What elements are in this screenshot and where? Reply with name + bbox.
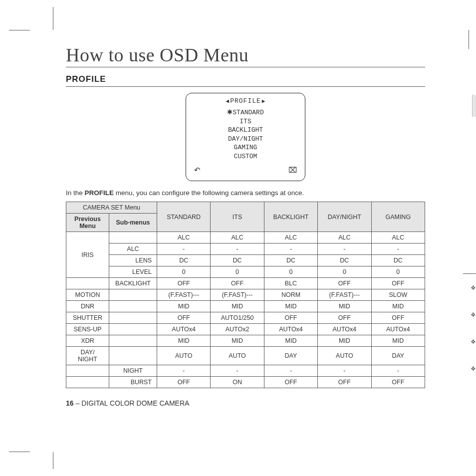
cell-value: - — [318, 243, 371, 255]
table-header-col: DAY/NIGHT — [318, 202, 371, 232]
page-number: 16 — [66, 399, 74, 407]
osd-item: ✱STANDARD — [191, 108, 300, 117]
table-row: MOTION(F.FAST)---(F.FAST)---NORM(F.FAST)… — [66, 289, 425, 301]
cell-prev-menu — [66, 278, 109, 289]
cell-value: - — [264, 365, 317, 377]
intro-post: menu, you can configure the following ca… — [114, 189, 304, 197]
table-header-prev: Previous Menu — [66, 214, 109, 232]
cell-value: OFF — [264, 312, 317, 324]
cell-value: DC — [211, 255, 264, 266]
cell-value: (F.FAST)--- — [318, 289, 371, 301]
cell-value: DC — [318, 255, 371, 266]
cell-sub-menu — [109, 335, 157, 347]
cell-value: OFF — [211, 278, 264, 289]
cell-value: - — [264, 243, 317, 255]
cell-value: OFF — [371, 312, 425, 324]
osd-item-list: ✱STANDARD ITS BACKLIGHT DAY/NIGHT GAMING… — [191, 108, 300, 161]
cell-value: DC — [264, 255, 317, 266]
cell-value: MID — [371, 335, 425, 347]
diamond-icon: ❖ — [471, 311, 476, 318]
cell-value: MID — [211, 301, 264, 312]
table-header-col: GAMING — [371, 202, 425, 232]
section-title: PROFILE — [66, 74, 425, 87]
cell-value: MID — [318, 301, 371, 312]
cell-value: DC — [371, 255, 425, 266]
intro-pre: In the — [66, 189, 85, 197]
cell-value: 0 — [371, 266, 425, 278]
cell-sub-menu — [109, 301, 157, 312]
close-icon: ⌧ — [288, 166, 297, 175]
table-row: NIGHT----- — [66, 365, 425, 377]
table-row: DAY/NIGHTAUTOAUTODAYAUTODAY — [66, 347, 425, 365]
product-line: DIGITAL COLOR DOME CAMERA — [81, 399, 189, 407]
cell-value: SLOW — [371, 289, 425, 301]
nav-right-icon: ▶ — [262, 98, 265, 104]
cell-sub-menu — [109, 324, 157, 335]
cell-value: MID — [157, 335, 211, 347]
cell-value: OFF — [157, 312, 211, 324]
cell-sub-menu: NIGHT — [109, 365, 157, 377]
cell-sub-menu — [109, 312, 157, 324]
cell-prev-menu: MOTION — [66, 289, 109, 301]
diamond-icon: ❖ — [471, 365, 476, 372]
table-row: SHUTTEROFFAUTO1/250OFFOFFOFF — [66, 312, 425, 324]
cell-prev-menu — [66, 377, 109, 388]
cell-sub-menu: ALC — [109, 243, 157, 255]
cell-prev-menu — [66, 365, 109, 377]
osd-menu-preview: ◀ PROFILE ▶ ✱STANDARD ITS BACKLIGHT DAY/… — [186, 93, 305, 181]
cell-prev-menu: DNR — [66, 301, 109, 312]
cell-value: OFF — [371, 377, 425, 388]
diamond-icon: ❖ — [471, 338, 476, 345]
cell-value: OFF — [157, 377, 211, 388]
table-row: DNRMIDMIDMIDMIDMID — [66, 301, 425, 312]
cell-value: ALC — [318, 232, 371, 243]
table-row: IRISALCALCALCALCALC — [66, 232, 425, 243]
cell-value: AUTOx4 — [371, 324, 425, 335]
cell-value: 0 — [157, 266, 211, 278]
cell-sub-menu: BACKLIGHT — [109, 278, 157, 289]
profile-settings-table: CAMERA SET Menu STANDARD ITS BACKLIGHT D… — [66, 202, 425, 388]
osd-item: BACKLIGHT — [191, 126, 300, 135]
table-row: BURSTOFFONOFFOFFOFF — [66, 377, 425, 388]
cell-value: - — [371, 365, 425, 377]
cell-value: NORM — [264, 289, 317, 301]
cell-value: - — [371, 243, 425, 255]
cell-value: OFF — [318, 278, 371, 289]
cell-value: AUTO — [157, 347, 211, 365]
cell-sub-menu — [109, 232, 157, 243]
table-header-col: STANDARD — [157, 202, 211, 232]
cell-prev-menu: SHUTTER — [66, 312, 109, 324]
cell-value: OFF — [318, 312, 371, 324]
cell-value: AUTOx2 — [211, 324, 264, 335]
osd-title: PROFILE — [230, 97, 261, 105]
cell-value: ALC — [211, 232, 264, 243]
cell-value: AUTO — [211, 347, 264, 365]
side-bullet-list: ❖ ❖ ❖ ❖ — [471, 284, 476, 372]
table-header-sub: Sub-menus — [109, 214, 157, 232]
cell-value: 0 — [264, 266, 317, 278]
table-row: XDRMIDMIDMIDMIDMID — [66, 335, 425, 347]
cell-sub-menu: BURST — [109, 377, 157, 388]
table-row: BACKLIGHTOFFOFFBLCOFFOFF — [66, 278, 425, 289]
cell-value: OFF — [264, 377, 317, 388]
table-header-group: CAMERA SET Menu — [66, 202, 157, 214]
cell-value: ALC — [371, 232, 425, 243]
cell-value: AUTOx4 — [157, 324, 211, 335]
cell-value: OFF — [371, 278, 425, 289]
cell-value: OFF — [157, 278, 211, 289]
cell-sub-menu: LENS — [109, 255, 157, 266]
page-body: How to use OSD Menu PROFILE ◀ PROFILE ▶ … — [53, 30, 469, 452]
cell-value: ON — [211, 377, 264, 388]
cell-sub-menu — [109, 347, 157, 365]
cell-value: AUTOx4 — [318, 324, 371, 335]
cell-value: OFF — [318, 377, 371, 388]
crop-mark — [9, 452, 30, 452]
table-row: LEVEL00000 — [66, 266, 425, 278]
cell-value: AUTO1/250 — [211, 312, 264, 324]
cell-value: ALC — [157, 232, 211, 243]
cell-value: - — [211, 365, 264, 377]
cell-value: MID — [318, 335, 371, 347]
table-header-col: BACKLIGHT — [264, 202, 317, 232]
cell-value: DAY — [371, 347, 425, 365]
crop-mark — [53, 452, 53, 469]
